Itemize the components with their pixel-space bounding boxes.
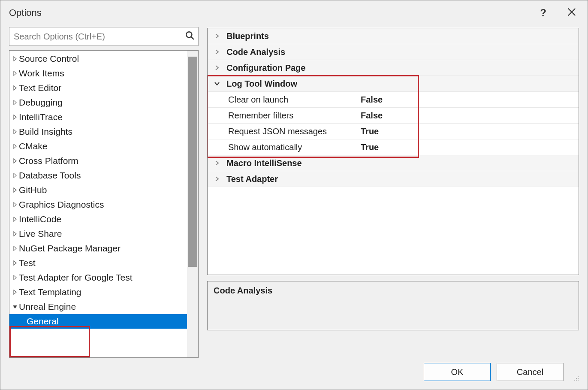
chevron-right-icon (12, 231, 18, 236)
close-button[interactable] (564, 7, 580, 19)
options-dialog: Options ? Source Control (0, 0, 588, 390)
chevron-down-icon (208, 81, 226, 87)
tree-label: IntelliCode (19, 214, 61, 224)
prop-item-request-json[interactable]: Request JSON messages True (208, 124, 579, 139)
right-panel: Blueprints Code Analysis Configuration P… (207, 27, 579, 358)
prop-category-configuration-page[interactable]: Configuration Page (208, 60, 579, 76)
prop-value[interactable]: True (361, 142, 379, 152)
chevron-right-icon (208, 160, 226, 166)
tree-item-general[interactable]: General (9, 314, 187, 329)
search-box[interactable] (9, 27, 199, 46)
prop-label: Show automatically (208, 142, 361, 152)
tree-item-source-control[interactable]: Source Control (9, 51, 187, 66)
tree-label: Unreal Engine (19, 302, 76, 312)
tree-label: GitHub (19, 185, 47, 195)
cancel-button[interactable]: Cancel (497, 363, 564, 381)
svg-point-6 (578, 380, 579, 381)
svg-point-0 (186, 32, 192, 37)
tree-list[interactable]: Source Control Work Items Text Editor (9, 51, 187, 357)
tree-label: Source Control (19, 54, 79, 64)
tree-label: Graphics Diagnostics (19, 200, 104, 210)
tree-item-text-editor[interactable]: Text Editor (9, 81, 187, 95)
chevron-right-icon (12, 158, 18, 163)
tree-item-text-templating[interactable]: Text Templating (9, 285, 187, 299)
tree-label: CMake (19, 141, 48, 151)
chevron-right-icon (12, 85, 18, 91)
svg-point-3 (578, 378, 579, 379)
prop-category-label: Configuration Page (226, 63, 305, 73)
chevron-right-icon (12, 290, 18, 295)
tree-label: IntelliTrace (19, 112, 63, 122)
tree-item-database-tools[interactable]: Database Tools (9, 168, 187, 183)
chevron-right-icon (208, 33, 226, 39)
tree-item-work-items[interactable]: Work Items (9, 66, 187, 81)
tree-item-intellicode[interactable]: IntelliCode (9, 212, 187, 227)
tree-item-graphics-diagnostics[interactable]: Graphics Diagnostics (9, 197, 187, 212)
prop-category-label: Macro IntelliSense (226, 158, 302, 168)
tree-item-cmake[interactable]: CMake (9, 139, 187, 154)
help-button[interactable]: ? (535, 7, 552, 19)
description-title: Code Analysis (214, 286, 272, 295)
search-input[interactable] (14, 32, 185, 42)
tree-item-unreal-engine[interactable]: Unreal Engine (9, 299, 187, 314)
prop-label: Clear on launch (208, 95, 361, 105)
tree-item-github[interactable]: GitHub (9, 183, 187, 197)
close-icon (567, 7, 576, 17)
prop-category-test-adapter[interactable]: Test Adapter (208, 171, 579, 187)
prop-label: Request JSON messages (208, 127, 361, 136)
scrollbar[interactable] (187, 51, 198, 357)
prop-item-clear-on-launch[interactable]: Clear on launch False (208, 92, 579, 108)
scrollbar-thumb[interactable] (188, 57, 197, 267)
chevron-right-icon (12, 202, 18, 207)
svg-point-5 (576, 380, 577, 381)
tree-label: Text Templating (19, 287, 81, 297)
tree-item-nuget[interactable]: NuGet Package Manager (9, 241, 187, 256)
tree-label: Test (19, 258, 36, 268)
prop-category-macro-intellisense[interactable]: Macro IntelliSense (208, 155, 579, 171)
tree-label: Live Share (19, 229, 62, 239)
prop-label: Remember filters (208, 111, 361, 121)
prop-category-label: Blueprints (226, 31, 269, 41)
tree-label: Database Tools (19, 170, 81, 181)
tree-label: Test Adapter for Google Test (19, 272, 133, 283)
tree-label: Debugging (19, 97, 63, 108)
tree-item-live-share[interactable]: Live Share (9, 227, 187, 241)
prop-category-label: Log Tool Window (226, 79, 297, 89)
prop-value[interactable]: False (361, 111, 383, 121)
tree-item-test-adapter-google[interactable]: Test Adapter for Google Test (9, 270, 187, 285)
tree-item-test[interactable]: Test (9, 256, 187, 270)
tree-label: Build Insights (19, 127, 72, 137)
prop-category-code-analysis[interactable]: Code Analysis (208, 44, 579, 60)
tree-item-cross-platform[interactable]: Cross Platform (9, 154, 187, 168)
search-icon[interactable] (185, 31, 195, 42)
svg-point-2 (576, 378, 577, 379)
chevron-right-icon (12, 173, 18, 178)
chevron-right-icon (12, 115, 18, 120)
chevron-right-icon (12, 100, 18, 105)
svg-point-1 (578, 376, 579, 377)
chevron-right-icon (12, 187, 18, 193)
chevron-right-icon (12, 71, 18, 76)
left-panel: Source Control Work Items Text Editor (9, 27, 199, 358)
chevron-right-icon (12, 144, 18, 149)
chevron-right-icon (12, 217, 18, 222)
tree-label: Cross Platform (19, 156, 78, 166)
prop-value[interactable]: False (361, 95, 383, 105)
ok-button[interactable]: OK (424, 363, 491, 381)
tree-item-debugging[interactable]: Debugging (9, 95, 187, 110)
chevron-right-icon (208, 49, 226, 55)
prop-category-blueprints[interactable]: Blueprints (208, 28, 579, 44)
chevron-right-icon (12, 260, 18, 266)
prop-category-log-tool-window[interactable]: Log Tool Window (208, 76, 579, 92)
chevron-right-icon (208, 176, 226, 182)
tree-label: Work Items (19, 68, 64, 79)
prop-item-remember-filters[interactable]: Remember filters False (208, 108, 579, 124)
resize-grip-icon[interactable] (572, 374, 579, 381)
tree-label: Text Editor (19, 83, 61, 93)
tree-label: General (27, 316, 59, 327)
tree-item-intellitrace[interactable]: IntelliTrace (9, 110, 187, 124)
chevron-right-icon (208, 65, 226, 71)
prop-value[interactable]: True (361, 127, 379, 136)
tree-item-build-insights[interactable]: Build Insights (9, 124, 187, 139)
prop-item-show-automatically[interactable]: Show automatically True (208, 139, 579, 155)
